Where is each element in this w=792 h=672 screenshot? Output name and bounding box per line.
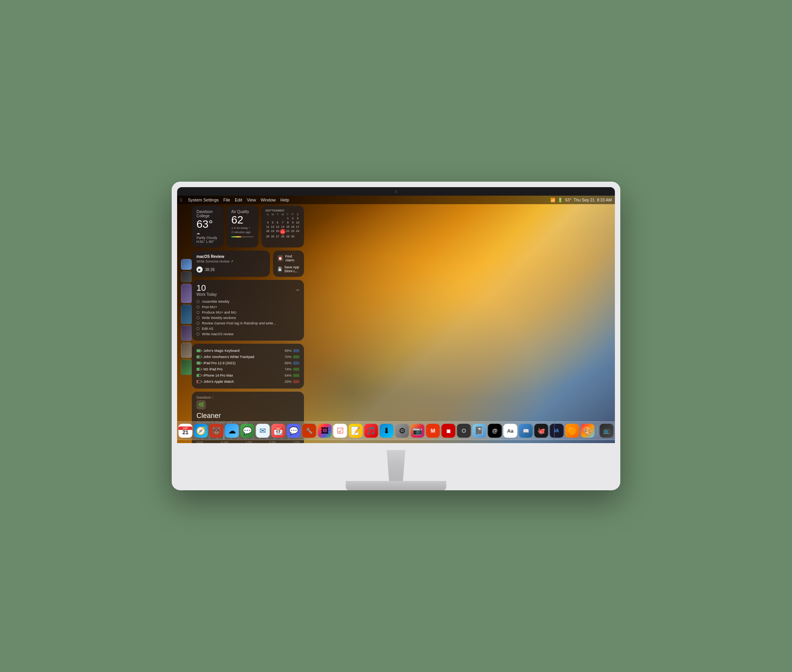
dock-reminders[interactable]: ☑ <box>333 424 347 438</box>
thumb-1[interactable] <box>181 259 192 270</box>
weather-condition: Partly Cloudy <box>196 236 219 240</box>
dock: 🔵 SEP 21 🧭 🐻 ☁ 💬 ✉ 📆 💬 🔧 🖼 ☑ 📝 🎵 ⬇ <box>177 421 615 440</box>
dock-system-settings[interactable]: ⚙ <box>395 424 409 438</box>
dock-screensnap[interactable]: 📺 <box>600 424 614 438</box>
imac-computer:  System Settings File Edit View Window … <box>172 182 620 490</box>
weather-icon-row: ☁ <box>196 231 219 235</box>
dock-calendar[interactable]: SEP 21 <box>179 424 193 438</box>
dock-toolbox[interactable]: 🔧 <box>302 424 316 438</box>
calendar-month: SEPTEMBER <box>265 209 300 212</box>
air-quality-bar-fill <box>231 236 241 237</box>
reminder-1: Assemble Weekly <box>196 299 299 304</box>
dock-font[interactable]: Aa <box>504 424 517 438</box>
dock-icloud[interactable]: ☁ <box>225 424 239 438</box>
dock-bear[interactable]: 🐻 <box>210 424 224 438</box>
air-quality-value: 62 <box>231 215 254 225</box>
imac-chin <box>177 443 615 450</box>
cleaner-icon: 🌿 <box>196 400 206 409</box>
battery-trackpad: John Voorhees's White Trackpad 70% <box>196 354 299 360</box>
thumb-4[interactable] <box>181 305 192 324</box>
dock-music[interactable]: 🎵 <box>364 424 378 438</box>
air-quality-widget: Air Quality 62 1.4 mi away ↑ 2 minutes a… <box>227 206 258 247</box>
dock-threads[interactable]: @ <box>488 424 502 438</box>
dock-dayone[interactable]: 📓 <box>473 424 486 438</box>
dock-notchmeister[interactable]: ◼ <box>442 424 456 438</box>
view-menu[interactable]: View <box>247 198 256 202</box>
alarm-widget: ⏰ Find Alarm 💾 Save App Store L... <box>273 251 304 277</box>
battery-icon: 🔋 <box>558 198 563 203</box>
play-button[interactable]: ▶ <box>196 266 203 273</box>
imac-stand-neck <box>373 450 419 481</box>
dock-github[interactable]: 🐙 <box>534 424 548 438</box>
dock-iawriter[interactable]: iA <box>550 424 564 438</box>
battery-ipad-pro: iPad Pro 12.9 (2021) 89% <box>196 360 299 366</box>
cleaner-title: Cleaner <box>196 412 299 420</box>
calendar-grid: 123 45678910 11121314151617 181920212223… <box>265 216 300 239</box>
wifi-icon: 📶 <box>550 198 555 203</box>
reminder-7: Write macOS review <box>196 331 299 337</box>
weather-widget: Davidson College 63° ☁ Partly Cloudy H:8… <box>192 206 224 247</box>
datetime-display: Thu Sep 21 8:33 AM <box>574 198 612 202</box>
dock-safari[interactable]: 🧭 <box>194 424 208 438</box>
weather-temperature: 63° <box>196 219 219 230</box>
notification-center: Davidson College 63° ☁ Partly Cloudy H:8… <box>192 206 304 443</box>
air-quality-bar <box>231 236 254 237</box>
dock-mango[interactable]: 🟠 <box>565 424 579 438</box>
alarm-item-1: ⏰ Find Alarm <box>278 254 299 262</box>
dock-photos[interactable]: 🖼 <box>318 424 332 438</box>
review-player: ▶ 38:26 <box>196 266 265 273</box>
imac-bezel:  System Settings File Edit View Window … <box>177 187 615 443</box>
file-menu[interactable]: File <box>224 198 230 202</box>
reminder-2: Post MU+ <box>196 304 299 310</box>
apple-menu[interactable]:  <box>180 198 182 202</box>
dock-notes[interactable]: 📝 <box>349 424 363 438</box>
dock-fantastical[interactable]: 📆 <box>271 424 285 438</box>
dock-discord[interactable]: 💬 <box>287 424 301 438</box>
battery-watch: John's Apple Watch 29% <box>196 379 299 385</box>
help-menu[interactable]: Help <box>280 198 289 202</box>
save-icon: 💾 <box>278 266 282 272</box>
thumb-6[interactable] <box>181 343 192 358</box>
window-menu[interactable]: Window <box>261 198 276 202</box>
dock-appstore[interactable]: ⬇ <box>380 424 394 438</box>
air-quality-distance: 1.4 mi away ↑ <box>231 226 254 230</box>
reminders-edit-icon[interactable]: ✏ <box>296 288 299 292</box>
thumb-5[interactable] <box>181 326 192 341</box>
reminder-4: Write Weekly sections <box>196 315 299 321</box>
reminder-6: Edit AS <box>196 326 299 331</box>
thumb-2[interactable] <box>181 271 192 282</box>
dock-divider <box>597 425 597 437</box>
reminders-count: 10 <box>196 284 217 292</box>
dock-omnifocus[interactable]: O <box>457 424 471 438</box>
menu-bar-left:  System Settings File Edit View Window … <box>180 198 289 202</box>
alarm-label-2: Save App Store L... <box>284 265 299 273</box>
review-time: 38:26 <box>205 268 215 272</box>
temp-display: 63° <box>565 198 571 202</box>
widget-row-1: Davidson College 63° ☁ Partly Cloudy H:8… <box>192 206 304 247</box>
dock-frenzic[interactable]: 🎨 <box>581 424 595 438</box>
reminders-title: Work Today <box>196 292 217 297</box>
reminders-left: 10 Work Today <box>196 284 217 297</box>
dock-readkit[interactable]: 📖 <box>519 424 533 438</box>
dock-craft[interactable]: M <box>426 424 440 438</box>
cleaner-timeline: NOW11 AM1 PM4 PM7 PM <box>196 441 299 443</box>
reminder-3: Produce MU+ and MU <box>196 310 299 315</box>
thumb-7[interactable] <box>181 360 192 375</box>
air-quality-label: Air Quality <box>231 210 254 214</box>
reminders-header: 10 Work Today ✏ <box>196 284 299 297</box>
alarm-icon: ⏰ <box>278 255 283 261</box>
dock-messages[interactable]: 💬 <box>241 424 254 438</box>
app-name[interactable]: System Settings <box>188 198 218 202</box>
review-subtitle: Write Sonoma review ↗ <box>196 259 265 263</box>
edit-menu[interactable]: Edit <box>235 198 242 202</box>
calendar-widget: SEPTEMBER SMTWTFS 123 45678910 111213141… <box>261 206 304 247</box>
alarm-label-1: Find Alarm <box>285 254 299 262</box>
dock-instagram[interactable]: 📷 <box>411 424 425 438</box>
widget-row-2: macOS Review Write Sonoma review ↗ ▶ 38:… <box>192 251 304 277</box>
battery-m2-ipad: M2 iPad Pro 74% <box>196 366 299 372</box>
thumb-3[interactable] <box>181 284 192 303</box>
dock-airmail[interactable]: ✉ <box>256 424 270 438</box>
review-title: macOS Review <box>196 254 265 259</box>
air-quality-time: 2 minutes ago <box>231 230 254 234</box>
sidebar-thumbnails <box>181 206 192 375</box>
